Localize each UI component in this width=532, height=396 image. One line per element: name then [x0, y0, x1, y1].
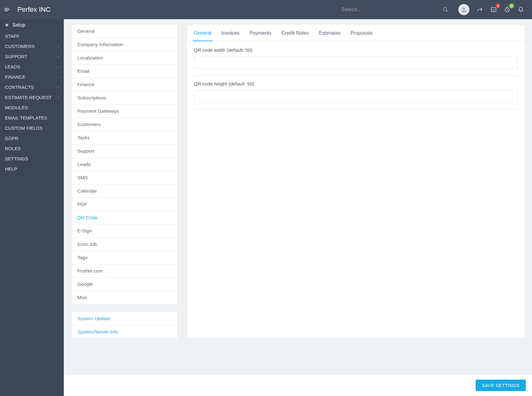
save-button[interactable]: SAVE SETTINGS: [476, 380, 526, 391]
settings-group-item[interactable]: Google: [72, 278, 177, 291]
settings-group-item[interactable]: Misc: [72, 291, 177, 304]
settings-group-item[interactable]: Subscriptions: [72, 91, 177, 105]
sidebar-item[interactable]: CUSTOM FIELDS: [0, 123, 64, 133]
svg-rect-3: [491, 7, 496, 11]
sidebar-item-label: CUSTOM FIELDS: [5, 125, 42, 131]
settings-group-item[interactable]: Pusher.com: [72, 264, 177, 278]
settings-groups-panel: GeneralCompany InformationLocalizationEm…: [72, 25, 177, 304]
form-row-qr-height: QR code height (default: 50): [193, 81, 518, 109]
settings-tabs: GeneralInvoicesPaymentsCredit NotesEstim…: [187, 25, 525, 41]
bell-icon[interactable]: [518, 7, 524, 13]
topbar-actions: 3 1: [458, 4, 524, 15]
tasks-icon[interactable]: 3: [491, 7, 497, 13]
share-icon[interactable]: [477, 7, 483, 13]
qr-height-label: QR code height (default: 50): [194, 81, 518, 87]
sidebar-item-label: EMAIL TEMPLATES: [5, 115, 47, 120]
settings-group-item[interactable]: General: [72, 25, 177, 38]
qr-width-input[interactable]: [194, 56, 518, 69]
settings-group-item[interactable]: Calendar: [72, 185, 177, 198]
settings-group-item[interactable]: Localization: [72, 51, 177, 65]
svg-line-1: [447, 11, 448, 12]
svg-point-0: [443, 7, 447, 11]
sidebar-item-label: GDPR: [5, 136, 18, 141]
search: [341, 7, 450, 13]
svg-point-2: [463, 7, 465, 10]
sidebar-item[interactable]: CONTRACTS‹: [0, 82, 64, 92]
tab[interactable]: Proposals: [350, 29, 373, 41]
sidebar-item[interactable]: LEADS‹: [0, 62, 64, 72]
search-input[interactable]: [341, 7, 440, 13]
settings-group-item[interactable]: Leads: [72, 158, 177, 171]
sidebar-item[interactable]: ESTIMATE REQUEST‹: [0, 92, 64, 102]
tab[interactable]: Invoices: [221, 29, 240, 41]
footer: SAVE SETTINGS: [64, 374, 532, 396]
settings-group-item[interactable]: SMS: [72, 171, 177, 185]
setup-sidebar: ✖ Setup STAFFCUSTOMERS‹SUPPORT‹LEADS‹FIN…: [0, 19, 64, 396]
settings-group-item[interactable]: Finance: [72, 78, 177, 91]
settings-group-item[interactable]: Cron Job: [72, 238, 177, 251]
settings-panel: GeneralInvoicesPaymentsCredit NotesEstim…: [187, 25, 525, 338]
sidebar-item-label: ROLES: [5, 146, 21, 151]
settings-group-item[interactable]: Payment Gateways: [72, 105, 177, 118]
settings-group-item[interactable]: Tasks: [72, 131, 177, 145]
settings-group-item[interactable]: QR Code: [72, 211, 177, 224]
sidebar-item-label: ESTIMATE REQUEST: [5, 95, 52, 100]
settings-group-item[interactable]: Company Information: [72, 38, 177, 51]
sidebar-item[interactable]: CUSTOMERS‹: [0, 41, 64, 51]
setup-header: ✖ Setup: [0, 19, 64, 31]
sidebar-item-label: FINANCE: [5, 74, 25, 80]
sidebar-item[interactable]: SETTINGS: [0, 154, 64, 164]
tab[interactable]: General: [193, 29, 212, 41]
sidebar-item-label: STAFF: [5, 33, 19, 39]
settings-group-item[interactable]: PDF: [72, 198, 177, 211]
chevron-left-icon: ‹: [58, 54, 59, 59]
sidebar-item[interactable]: EMAIL TEMPLATES: [0, 113, 64, 123]
chevron-left-icon: ‹: [58, 44, 59, 49]
chevron-left-icon: ‹: [58, 75, 59, 79]
settings-group-item[interactable]: Customers: [72, 118, 177, 131]
sidebar-item-label: SUPPORT: [5, 54, 27, 59]
system-link[interactable]: System/Server Info: [72, 325, 177, 338]
settings-group-item[interactable]: Support: [72, 145, 177, 158]
sidebar-item-label: CUSTOMERS: [5, 44, 35, 49]
chevron-left-icon: ‹: [58, 95, 59, 100]
tab[interactable]: Estimates: [318, 29, 341, 41]
settings-form: QR code width (default: 50) QR code heig…: [187, 41, 525, 120]
tasks-badge: 3: [495, 3, 500, 8]
menu-toggle-icon[interactable]: [4, 7, 11, 12]
sidebar-item-label: CONTRACTS: [5, 85, 34, 90]
close-icon[interactable]: ✖: [5, 23, 9, 28]
settings-group-item[interactable]: Tags: [72, 251, 177, 264]
topbar: Perfex INC 3 1: [0, 0, 532, 19]
tab[interactable]: Payments: [249, 29, 272, 41]
system-links-panel: System UpdateSystem/Server Info: [72, 312, 177, 338]
form-row-qr-width: QR code width (default: 50): [193, 47, 518, 76]
system-link[interactable]: System Update: [72, 312, 177, 325]
sidebar-item-label: HELP: [5, 166, 17, 172]
sidebar-item[interactable]: ROLES: [0, 143, 64, 154]
sidebar-item[interactable]: MODULES: [0, 102, 64, 113]
avatar[interactable]: [458, 4, 469, 15]
sidebar-item[interactable]: SUPPORT‹: [0, 51, 64, 62]
sidebar-item[interactable]: GDPR: [0, 133, 64, 143]
content: GeneralCompany InformationLocalizationEm…: [64, 19, 532, 396]
sidebar-item[interactable]: FINANCE‹: [0, 72, 64, 82]
setup-title: Setup: [12, 22, 25, 28]
tab[interactable]: Credit Notes: [281, 29, 310, 41]
search-icon[interactable]: [443, 7, 448, 12]
sidebar-item[interactable]: HELP: [0, 164, 64, 174]
sidebar-item-label: MODULES: [5, 105, 28, 110]
sidebar-item-label: SETTINGS: [5, 156, 28, 161]
chevron-left-icon: ‹: [58, 85, 59, 89]
timer-badge: 1: [509, 3, 514, 8]
sidebar-item-label: LEADS: [5, 64, 20, 69]
qr-width-label: QR code width (default: 50): [194, 47, 518, 53]
settings-group-item[interactable]: E-Sign: [72, 224, 177, 238]
qr-height-input[interactable]: [194, 90, 518, 103]
sidebar-item[interactable]: STAFF: [0, 31, 64, 41]
chevron-left-icon: ‹: [58, 65, 59, 69]
settings-group-item[interactable]: Email: [72, 65, 177, 78]
brand-title: Perfex INC: [17, 6, 51, 14]
timer-icon[interactable]: 1: [504, 7, 510, 13]
